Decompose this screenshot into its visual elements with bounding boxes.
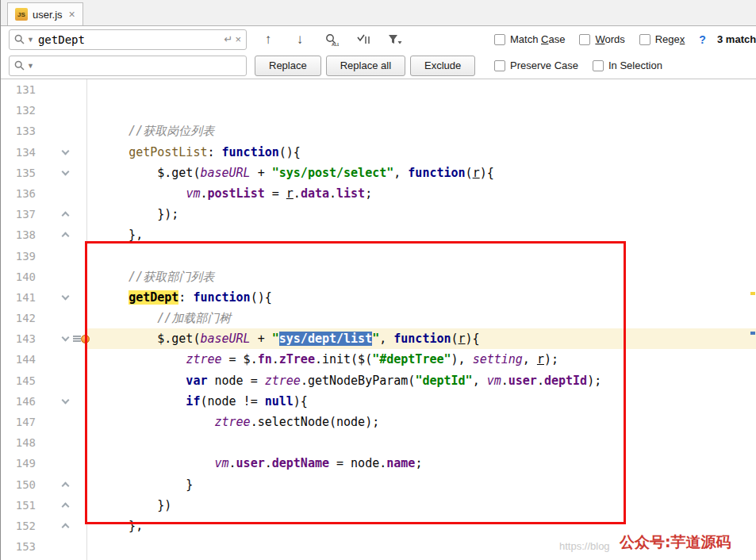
checkbox-box[interactable] <box>494 34 505 45</box>
replace-input[interactable] <box>36 59 241 73</box>
match-case-checkbox[interactable]: Match Case <box>494 33 565 45</box>
gutter[interactable] <box>37 412 86 432</box>
words-checkbox[interactable]: Words <box>579 33 624 45</box>
search-history-chevron-icon[interactable]: ▼ <box>27 36 34 44</box>
previous-match-button[interactable]: ↑ <box>258 30 278 49</box>
code-line[interactable]: 144 ztree = $.fn.zTree.init($("#deptTree… <box>1 349 756 370</box>
code-line[interactable]: 138 }, <box>1 224 756 245</box>
fold-marker-icon[interactable] <box>62 502 70 510</box>
fold-marker-icon[interactable] <box>62 334 70 342</box>
line-number: 136 <box>1 183 37 204</box>
gutter[interactable] <box>37 142 86 163</box>
checkbox-box[interactable] <box>579 34 590 45</box>
stripe-mark[interactable] <box>750 292 755 295</box>
gutter[interactable] <box>37 516 86 536</box>
code-line[interactable]: 135 $.get(baseURL + "sys/post/select", f… <box>1 163 756 183</box>
code-line[interactable]: 145 var node = ztree.getNodeByParam("dep… <box>1 370 756 391</box>
code-line[interactable]: 132 <box>1 100 756 121</box>
gutter-menu-icon[interactable] <box>73 336 81 337</box>
replace-all-button[interactable]: Replace all <box>326 56 405 76</box>
stripe-mark[interactable] <box>750 332 755 335</box>
fold-marker-icon[interactable] <box>62 212 70 220</box>
clear-search-icon[interactable]: × <box>235 34 241 44</box>
code-line[interactable]: //修改 <box>1 557 756 560</box>
magnifier-icon[interactable] <box>14 34 25 44</box>
code-token: //加载部门树 <box>100 311 231 325</box>
fold-marker-icon[interactable] <box>62 232 70 240</box>
replace-field[interactable]: ▼ <box>9 56 247 76</box>
code-line[interactable]: 150 } <box>1 474 756 495</box>
code-line[interactable]: 133 //获取岗位列表 <box>1 121 756 141</box>
code-token: baseURL <box>200 332 250 346</box>
search-input[interactable] <box>36 33 222 47</box>
gutter[interactable] <box>37 224 86 245</box>
select-all-occurrences-icon[interactable] <box>353 30 374 49</box>
code-line[interactable]: 136 vm.postList = r.data.list; <box>1 183 756 204</box>
checkbox-box[interactable] <box>593 60 604 71</box>
code-line[interactable]: 148 <box>1 432 756 453</box>
regex-help-link[interactable]: ? <box>699 33 706 46</box>
exclude-button[interactable]: Exclude <box>410 56 475 76</box>
gutter[interactable] <box>37 79 86 100</box>
gutter[interactable] <box>37 391 86 412</box>
gutter[interactable] <box>37 183 86 204</box>
preserve-case-checkbox[interactable]: Preserve Case <box>494 59 578 71</box>
code-line[interactable]: 142 //加载部门树 <box>1 308 756 328</box>
gutter[interactable] <box>37 328 86 349</box>
gutter[interactable] <box>37 163 86 183</box>
gutter[interactable] <box>37 495 86 516</box>
gutter[interactable] <box>37 204 86 224</box>
fold-marker-icon[interactable] <box>62 147 70 155</box>
code-line[interactable]: 146 if(node != null){ <box>1 391 756 412</box>
gutter[interactable] <box>37 308 86 328</box>
fold-marker-icon[interactable] <box>62 396 70 404</box>
search-field[interactable]: ▼ ↵ × <box>9 29 247 50</box>
code-line[interactable]: 139 <box>1 246 756 267</box>
code-line[interactable]: 143 $.get(baseURL + "sys/dept/list", fun… <box>1 328 756 349</box>
code-text: //修改 <box>86 557 756 560</box>
code-line[interactable]: 147 ztree.selectNode(node); <box>1 412 756 432</box>
tab-user-js[interactable]: JS user.js × <box>7 2 83 25</box>
gutter[interactable] <box>37 246 86 267</box>
magnifier-icon[interactable] <box>14 60 25 71</box>
code-line[interactable]: 149 vm.user.deptName = node.name; <box>1 453 756 474</box>
gutter[interactable] <box>37 267 86 287</box>
checkbox-box[interactable] <box>494 60 505 71</box>
code-line[interactable]: 140 //获取部门列表 <box>1 267 756 287</box>
gutter[interactable] <box>37 287 86 308</box>
line-number: 143 <box>1 328 37 349</box>
scrollbar-stripe[interactable] <box>750 79 756 560</box>
fold-marker-icon[interactable] <box>62 167 70 175</box>
tab-close-icon[interactable]: × <box>69 9 75 20</box>
gutter[interactable] <box>37 557 86 560</box>
code-line[interactable]: 131 <box>1 79 756 100</box>
fold-marker-icon[interactable] <box>62 523 70 531</box>
code-editor[interactable]: 131132133 //获取岗位列表134 getPostList: funct… <box>1 79 756 560</box>
code-line[interactable]: 134 getPostList: function(){ <box>1 142 756 163</box>
replace-history-chevron-icon[interactable]: ▼ <box>27 62 34 70</box>
in-selection-checkbox[interactable]: In Selection <box>593 59 662 71</box>
find-all-icon[interactable]: ALL <box>321 30 342 49</box>
checkbox-box[interactable] <box>639 34 650 45</box>
newline-icon[interactable]: ↵ <box>224 34 233 44</box>
gutter[interactable] <box>37 121 86 141</box>
fold-marker-icon[interactable] <box>62 292 70 300</box>
code-line[interactable]: 137 }); <box>1 204 756 224</box>
replace-button[interactable]: Replace <box>255 56 321 76</box>
gutter[interactable] <box>37 100 86 121</box>
gutter[interactable] <box>37 453 86 474</box>
code-text: }) <box>86 495 756 516</box>
next-match-button[interactable]: ↓ <box>290 30 310 49</box>
code-line[interactable]: 141 getDept: function(){ <box>1 287 756 308</box>
code-token: if <box>100 394 200 408</box>
gutter[interactable] <box>37 536 86 557</box>
regex-checkbox[interactable]: Regex <box>639 33 685 45</box>
gutter[interactable] <box>37 370 86 391</box>
code-lines: 131132133 //获取岗位列表134 getPostList: funct… <box>1 79 756 560</box>
gutter[interactable] <box>37 349 86 370</box>
gutter[interactable] <box>37 474 86 495</box>
gutter[interactable] <box>37 432 86 453</box>
fold-marker-icon[interactable] <box>62 481 70 489</box>
filter-icon[interactable] <box>385 30 405 49</box>
code-line[interactable]: 151 }) <box>1 495 756 516</box>
